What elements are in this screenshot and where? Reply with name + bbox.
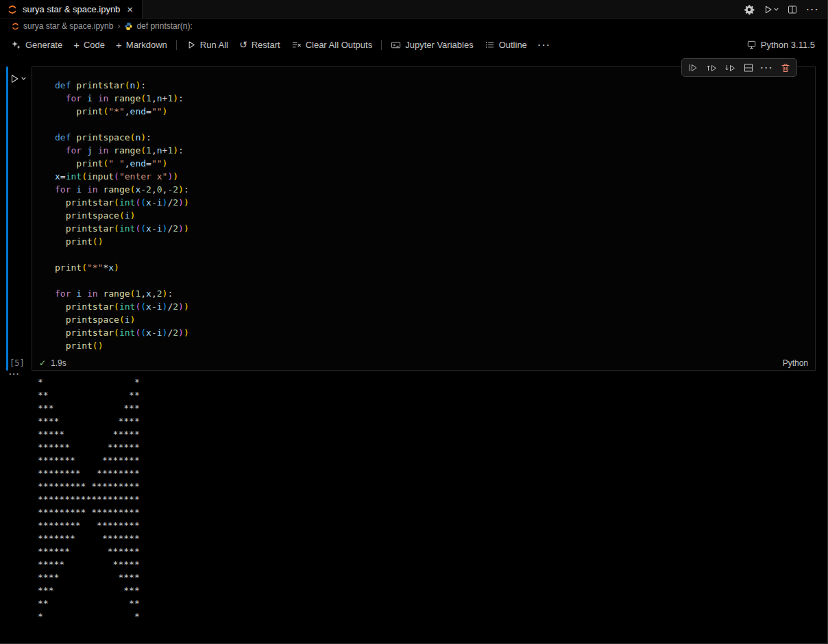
- code-area[interactable]: def printstar(n): for i in range(1,n+1):…: [55, 79, 809, 352]
- restart-icon: ↺: [239, 40, 247, 49]
- notebook-toolbar: Generate + Code + Markdown Run All ↺ Res…: [0, 33, 827, 56]
- code-line[interactable]: printstar(int((x-i)/2)): [55, 300, 809, 313]
- delete-cell-button[interactable]: [777, 60, 794, 75]
- code-line[interactable]: printstar(int((x-i)/2)): [55, 326, 809, 339]
- tab-bar: surya star & space.ipynb × ···: [0, 0, 827, 19]
- code-line[interactable]: x=int(input("enter x")): [55, 170, 809, 183]
- split-editor-icon: [787, 4, 798, 15]
- run-by-line-icon: [687, 62, 698, 73]
- output-line: ****** ******: [38, 441, 140, 454]
- cell-more-button[interactable]: ···: [759, 60, 775, 75]
- code-line[interactable]: [55, 248, 809, 261]
- run-by-line-button[interactable]: [685, 60, 701, 75]
- execution-duration: 1.9s: [51, 358, 66, 368]
- split-editor-button[interactable]: [785, 2, 800, 17]
- code-line[interactable]: print(" ",end=""): [55, 157, 809, 170]
- output-line: ******* *******: [38, 454, 140, 467]
- code-line[interactable]: printstar(int((x-i)/2)): [55, 222, 809, 235]
- outline-label: Outline: [499, 40, 527, 50]
- jupyter-variables-button[interactable]: Jupyter Variables: [385, 37, 478, 53]
- add-code-button[interactable]: + Code: [68, 37, 110, 53]
- breadcrumb: surya star & space.ipynb › def printstar…: [0, 19, 827, 33]
- execute-above-button[interactable]: [703, 60, 720, 75]
- kernel-icon: [746, 40, 757, 50]
- code-line[interactable]: printspace(i): [55, 313, 809, 326]
- code-line[interactable]: print("*",end=""): [55, 105, 809, 118]
- breadcrumb-symbol[interactable]: def printstar(n):: [124, 21, 192, 31]
- vscode-window: surya star & space.ipynb × ···: [0, 0, 828, 644]
- breadcrumb-symbol-label: def printstar(n):: [136, 21, 192, 31]
- toolbar-more-button[interactable]: ···: [533, 37, 557, 53]
- run-editor-button[interactable]: [762, 2, 779, 17]
- tab-close-button[interactable]: ×: [125, 4, 135, 14]
- code-line[interactable]: def printspace(n):: [55, 131, 809, 144]
- code-line[interactable]: [55, 274, 809, 287]
- editor-tab[interactable]: surya star & space.ipynb ×: [0, 0, 143, 18]
- code-line[interactable]: for j in range(1,n+1):: [55, 144, 809, 157]
- code-line[interactable]: printstar(int((x-i)/2)): [55, 196, 809, 209]
- output-line: * *: [38, 610, 140, 623]
- sparkle-icon: [11, 40, 21, 50]
- jupyter-icon: [11, 22, 20, 31]
- code-line[interactable]: def printstar(n):: [55, 79, 809, 92]
- trash-icon: [780, 62, 791, 73]
- clear-all-icon: [291, 40, 302, 50]
- kernel-picker[interactable]: Python 3.11.5: [740, 37, 822, 53]
- cell-focus-indicator: [6, 66, 8, 371]
- toolbar-separator: [176, 40, 177, 50]
- editor-actions: ···: [742, 0, 827, 18]
- generate-button[interactable]: Generate: [5, 37, 68, 53]
- play-icon: [186, 40, 196, 50]
- output-line: ********* *********: [38, 506, 140, 519]
- restart-button[interactable]: ↺ Restart: [234, 37, 286, 53]
- output-line: ****** ******: [38, 545, 140, 558]
- output-line: *******************: [38, 493, 140, 506]
- output-line: ***** *****: [38, 428, 140, 441]
- code-line[interactable]: for i in range(1,n+1):: [55, 92, 809, 105]
- generate-label: Generate: [25, 40, 62, 50]
- code-line[interactable]: for i in range(1,x,2):: [55, 287, 809, 300]
- output-line: ***** *****: [38, 558, 140, 571]
- play-icon: [762, 4, 773, 15]
- outline-button[interactable]: Outline: [479, 37, 533, 53]
- execute-below-button[interactable]: [722, 60, 738, 75]
- output-line: ******** ********: [38, 519, 140, 532]
- code-line[interactable]: print("*"*x): [55, 261, 809, 274]
- notebook-body: [5] ··· def printstar(n): for i in range…: [0, 56, 827, 643]
- execute-below-icon: [724, 62, 735, 73]
- kernel-label: Python 3.11.5: [761, 40, 815, 50]
- code-line[interactable]: [55, 118, 809, 131]
- success-check-icon: ✓: [39, 358, 46, 368]
- clear-outputs-button[interactable]: Clear All Outputs: [286, 37, 378, 53]
- cell-language-picker[interactable]: Python: [783, 358, 808, 368]
- split-cell-button[interactable]: [740, 60, 757, 75]
- python-icon: [124, 22, 133, 31]
- output-line: ******* *******: [38, 532, 140, 545]
- code-line[interactable]: printspace(i): [55, 209, 809, 222]
- output-collapse-button[interactable]: ···: [9, 369, 20, 379]
- output-line: ** **: [38, 388, 140, 401]
- code-line[interactable]: for i in range(x-2,0,-2):: [55, 183, 809, 196]
- jupyter-variables-label: Jupyter Variables: [405, 40, 473, 50]
- breadcrumb-file-label: surya star & space.ipynb: [23, 21, 113, 31]
- add-markdown-label: Markdown: [126, 40, 167, 50]
- chevron-down-icon: [773, 6, 779, 12]
- run-cell-button[interactable]: [9, 73, 27, 84]
- more-actions-button[interactable]: ···: [805, 2, 820, 17]
- add-markdown-button[interactable]: + Markdown: [110, 37, 173, 53]
- output-line: ********* *********: [38, 480, 140, 493]
- code-line[interactable]: print(): [55, 235, 809, 248]
- split-cell-icon: [743, 62, 754, 73]
- add-code-label: Code: [84, 40, 105, 50]
- variables-icon: [391, 40, 401, 50]
- chevron-down-icon: [21, 75, 27, 82]
- run-all-button[interactable]: Run All: [180, 37, 234, 53]
- output-line: **** ****: [38, 414, 140, 428]
- output-line: *** ***: [38, 584, 140, 597]
- output-line: * *: [38, 375, 140, 388]
- settings-button[interactable]: [742, 2, 757, 17]
- code-line[interactable]: print(): [55, 339, 809, 352]
- gear-icon: [744, 4, 755, 15]
- breadcrumb-file[interactable]: surya star & space.ipynb: [11, 21, 113, 31]
- code-cell: def printstar(n): for i in range(1,n+1):…: [32, 66, 816, 371]
